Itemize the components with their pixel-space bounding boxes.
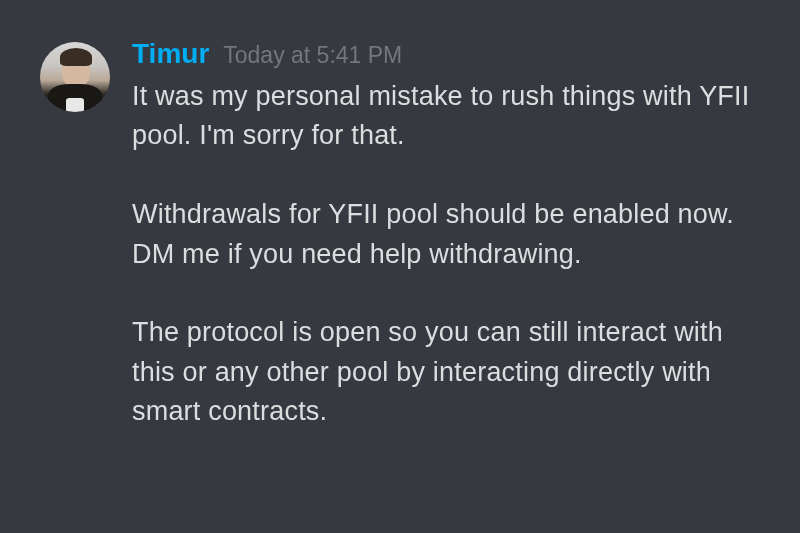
chat-message: Timur Today at 5:41 PM It was my persona… [0,0,800,432]
message-header: Timur Today at 5:41 PM [132,38,768,70]
message-timestamp: Today at 5:41 PM [223,42,402,69]
username-link[interactable]: Timur [132,38,209,70]
avatar-decoration [66,98,84,112]
message-content: Timur Today at 5:41 PM It was my persona… [132,38,768,432]
message-body: It was my personal mistake to rush thing… [132,77,768,432]
user-avatar[interactable] [40,42,110,112]
